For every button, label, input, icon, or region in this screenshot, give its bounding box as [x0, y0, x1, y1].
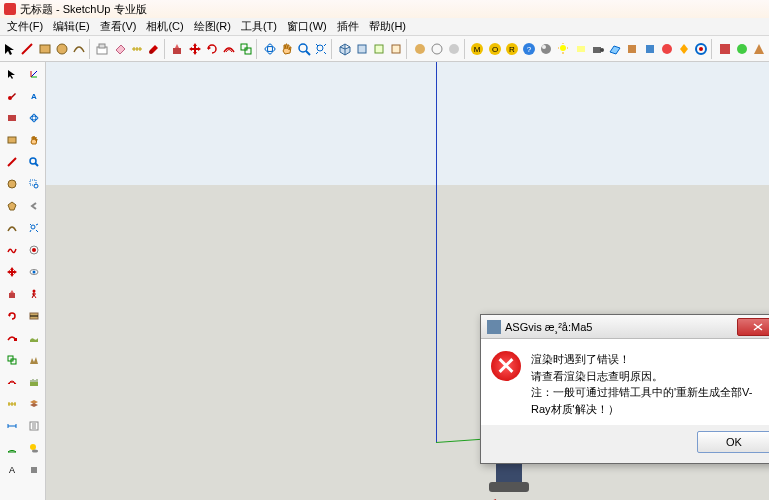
scale-green-icon[interactable]	[1, 349, 22, 370]
vray-help-icon[interactable]: ?	[521, 38, 537, 60]
vray-light2-icon[interactable]	[573, 38, 589, 60]
zoom-blue-icon[interactable]	[23, 151, 44, 172]
menu-window[interactable]: 窗口(W)	[282, 19, 332, 34]
vray-light-icon[interactable]	[555, 38, 571, 60]
vray-tool2-icon[interactable]	[641, 38, 657, 60]
polygon-icon[interactable]	[1, 195, 22, 216]
arc-tool-icon[interactable]	[71, 38, 87, 60]
plugin3-icon[interactable]	[751, 38, 767, 60]
vray-plane-icon[interactable]	[607, 38, 623, 60]
front-view-icon[interactable]	[371, 38, 387, 60]
pan-tool-icon[interactable]	[279, 38, 295, 60]
move-red-icon[interactable]	[1, 261, 22, 282]
svg-point-49	[30, 116, 38, 120]
scale-tool-icon[interactable]	[238, 38, 254, 60]
axes-icon[interactable]	[23, 63, 44, 84]
vray-m-icon[interactable]: M	[469, 38, 485, 60]
iso-view-icon[interactable]	[336, 38, 352, 60]
plugin1-icon[interactable]	[716, 38, 732, 60]
viewport-3d[interactable]: ASGvis æ¸²å:Ma5 渲染时遇到了错误！ 请查看渲染日志查明原因。 注…	[46, 62, 769, 500]
dimension-icon[interactable]	[1, 415, 22, 436]
protractor-icon[interactable]	[1, 437, 22, 458]
lookaround-icon[interactable]	[23, 261, 44, 282]
menu-plugins[interactable]: 插件	[332, 19, 364, 34]
vray-r-icon[interactable]: R	[504, 38, 520, 60]
sandbox3-icon[interactable]	[23, 371, 44, 392]
paint-tool-icon[interactable]	[146, 38, 162, 60]
style-hidden-icon[interactable]	[446, 38, 462, 60]
top-view-icon[interactable]	[354, 38, 370, 60]
vray-sphere-icon[interactable]	[538, 38, 554, 60]
rect-icon[interactable]	[1, 129, 22, 150]
menu-file[interactable]: 文件(F)	[2, 19, 48, 34]
svg-rect-5	[173, 48, 181, 54]
shadow-icon[interactable]	[23, 437, 44, 458]
svg-point-36	[699, 47, 703, 51]
plugin2-icon[interactable]	[734, 38, 750, 60]
line-icon[interactable]	[1, 151, 22, 172]
menu-draw[interactable]: 绘图(R)	[189, 19, 236, 34]
followme-icon[interactable]	[1, 327, 22, 348]
vray-tool3-icon[interactable]	[659, 38, 675, 60]
vray-cam-icon[interactable]	[590, 38, 606, 60]
offset-tool-icon[interactable]	[221, 38, 237, 60]
dialog-titlebar[interactable]: ASGvis æ¸²å:Ma5	[481, 315, 769, 339]
select-tool-icon[interactable]	[2, 38, 18, 60]
right-view-icon[interactable]	[388, 38, 404, 60]
pushpull-tool-icon[interactable]	[169, 38, 185, 60]
select-icon[interactable]	[1, 63, 22, 84]
sandbox1-icon[interactable]	[23, 327, 44, 348]
paint-icon[interactable]	[1, 85, 22, 106]
outliner-icon[interactable]	[23, 415, 44, 436]
freehand-icon[interactable]	[1, 239, 22, 260]
eraser-tool-icon[interactable]	[111, 38, 127, 60]
arc-icon[interactable]	[1, 217, 22, 238]
menu-tools[interactable]: 工具(T)	[236, 19, 282, 34]
prev-icon[interactable]	[23, 195, 44, 216]
line-tool-icon[interactable]	[19, 38, 35, 60]
tape-yellow-icon[interactable]	[1, 393, 22, 414]
sandbox2-icon[interactable]	[23, 349, 44, 370]
vray-tool1-icon[interactable]	[624, 38, 640, 60]
menu-view[interactable]: 查看(V)	[95, 19, 142, 34]
zoomwin-icon[interactable]	[23, 173, 44, 194]
offset-red-icon[interactable]	[1, 371, 22, 392]
zoomext-icon[interactable]	[23, 217, 44, 238]
position-icon[interactable]	[23, 239, 44, 260]
svg-rect-37	[720, 44, 730, 54]
text-icon[interactable]: A	[1, 459, 22, 480]
zoom-extents-icon[interactable]	[313, 38, 329, 60]
svg-rect-29	[577, 46, 585, 52]
zoom-tool-icon[interactable]	[296, 38, 312, 60]
3dtext-icon[interactable]: A	[23, 85, 44, 106]
move-tool-icon[interactable]	[186, 38, 202, 60]
rectangle-tool-icon[interactable]	[36, 38, 52, 60]
walk-icon[interactable]	[23, 283, 44, 304]
pan-hand-icon[interactable]	[23, 129, 44, 150]
orbit-tool-icon[interactable]	[261, 38, 277, 60]
rotate-red-icon[interactable]	[1, 305, 22, 326]
vray-tool4-icon[interactable]	[676, 38, 692, 60]
section-icon[interactable]	[23, 305, 44, 326]
vray-tool5-icon[interactable]	[693, 38, 709, 60]
circle-icon[interactable]	[1, 173, 22, 194]
vray-o-icon[interactable]: O	[486, 38, 502, 60]
dialog-close-button[interactable]	[737, 318, 769, 336]
pushpull-red-icon[interactable]	[1, 283, 22, 304]
component-tool-icon[interactable]	[94, 38, 110, 60]
menu-camera[interactable]: 相机(C)	[141, 19, 188, 34]
svg-rect-7	[245, 48, 251, 54]
ok-button[interactable]: OK	[697, 431, 769, 453]
svg-rect-40	[8, 115, 16, 121]
misc-icon[interactable]	[23, 459, 44, 480]
menu-help[interactable]: 帮助(H)	[364, 19, 411, 34]
orbit-blue-icon[interactable]	[23, 107, 44, 128]
rect-fill-icon[interactable]	[1, 107, 22, 128]
style-wire-icon[interactable]	[429, 38, 445, 60]
circle-tool-icon[interactable]	[54, 38, 70, 60]
rotate-tool-icon[interactable]	[204, 38, 220, 60]
tape-tool-icon[interactable]	[129, 38, 145, 60]
layers-icon[interactable]	[23, 393, 44, 414]
style-shaded-icon[interactable]	[411, 38, 427, 60]
menu-edit[interactable]: 编辑(E)	[48, 19, 95, 34]
